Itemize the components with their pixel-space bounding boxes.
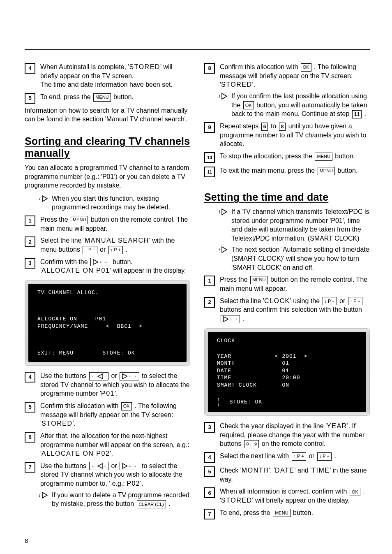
osd-clock: CLOCK YEAR < 2001 > MONTH 01 DATE 01 TIM… — [204, 328, 370, 416]
text: or — [100, 246, 108, 253]
step-ref-6: 6 — [261, 123, 268, 131]
tip-icon — [39, 195, 48, 202]
p-minus-key: ↓P − — [83, 246, 97, 254]
right-step-8: 8 Confirm this allocation with OK . The … — [204, 63, 370, 89]
right-time-step-1: 1 Press the MENU button on the remote co… — [204, 275, 370, 293]
step-number: 1 — [25, 216, 35, 226]
right-tri-plus-key: + → — [120, 462, 139, 470]
osd-footer-text: STORE: OK — [230, 399, 262, 405]
text: '. — [140, 480, 143, 487]
ok-key: OK — [301, 63, 311, 72]
code: P02 — [127, 480, 140, 487]
code: P01 — [101, 390, 115, 397]
left-tri-minus-key: ← − — [89, 372, 108, 380]
osd-footer: ↑↓ STORE: OK — [217, 398, 357, 406]
code: CLOCK — [264, 297, 290, 304]
code: TIME — [311, 467, 330, 474]
right-time-step-6: 6 When all information is correct, confi… — [204, 487, 370, 505]
left-tri-minus-key: ← − — [89, 462, 108, 470]
tip-delete-programme: If you want to delete a TV programme rec… — [39, 491, 190, 508]
p-plus-key: ↑P + — [108, 246, 123, 254]
code: YEAR — [327, 422, 347, 429]
text: Check ' — [220, 467, 242, 474]
left-column: 4 When Autoinstall is complete, 'STORED'… — [25, 59, 190, 522]
left-pre-paragraph: Information on how to search for a TV ch… — [25, 106, 190, 124]
right-time-step-7: 7 To end, press the MENU button. — [204, 508, 370, 519]
code: MONTH — [242, 467, 269, 474]
step-number: 10 — [204, 152, 215, 163]
text: To exit the main menu, press the — [220, 167, 317, 174]
tip-teletext-pdc: If a TV channel which transmits Teletext… — [218, 207, 370, 243]
text: Press the — [40, 216, 70, 223]
osd-channel-alloc: TV CHANNEL ALLOC. ALLOCATE ON P01 FREQUE… — [25, 280, 190, 366]
step-number: 5 — [204, 466, 215, 477]
left-step-7: 7 Use the buttons ← − or + → to select t… — [25, 461, 190, 488]
clear-key: CLEAR (CL) — [137, 500, 166, 508]
step-number: 7 — [25, 462, 35, 473]
code: STORED — [129, 63, 160, 70]
osd-rows: ALLOCATE ON P01 FREQUENCY/NAME < BBC1 > — [37, 315, 178, 330]
text: Check the year displayed in the line ' — [220, 422, 327, 429]
tip-text: When you start this function, existing p… — [52, 194, 190, 212]
left-step-3: 3 Confirm with the + → button. 'ALLOCATE… — [25, 257, 190, 275]
tip-last-allocation: If you confirm the last possible allocat… — [218, 92, 370, 118]
ok-key: OK — [350, 488, 360, 496]
text: Select the next line with — [220, 452, 291, 459]
right-time-step-5: 5 Check 'MONTH', 'DATE' and 'TIME' in th… — [204, 466, 370, 484]
text: '. — [72, 420, 76, 427]
ok-key: OK — [243, 101, 254, 109]
left-step-1: 1 Press the MENU button on the remote co… — [25, 215, 190, 233]
left-pre-step-5: 5 To end, press the MENU button. — [25, 93, 190, 104]
right-tri-plus-key: + → — [221, 315, 240, 323]
heading-sort-clear: Sorting and clearing TV channels manuall… — [25, 135, 190, 159]
page-rule — [25, 49, 370, 50]
key-label: P + — [297, 454, 304, 459]
step-number: 4 — [204, 452, 215, 463]
right-tri-plus-key: + → — [120, 372, 139, 380]
key-label: P − — [328, 299, 335, 304]
text: ' using the — [290, 297, 322, 304]
right-time-step-2: 2 Select the line 'CLOCK' using the ↓P −… — [204, 297, 370, 323]
text: . — [125, 246, 127, 253]
right-step-10: 10 To stop the allocation, press the MEN… — [204, 152, 370, 163]
text: When Autoinstall is complete, ' — [40, 63, 129, 70]
updown-icon: ↑↓ — [217, 398, 221, 406]
menu-key: MENU — [250, 276, 267, 284]
p-plus-key: ↑P + — [348, 297, 362, 305]
left-step-4: 4 Use the buttons ← − or + → to select t… — [25, 371, 190, 398]
text: Use the buttons — [40, 462, 88, 469]
right-time-step-4: 4 Select the next line with ↑P + or ↓P −… — [204, 452, 370, 463]
key-label: P − — [323, 454, 330, 459]
step-number: 3 — [204, 422, 215, 433]
p-minus-key: ↓P − — [317, 452, 332, 461]
tip-smart-clock: The next section 'Automatic setting of t… — [218, 245, 370, 272]
text: on the remote control. — [262, 440, 326, 447]
step-number: 6 — [25, 432, 35, 443]
step-number: 7 — [204, 509, 215, 519]
text: Confirm with the — [40, 258, 90, 265]
text: ' will appear in the display. — [110, 267, 186, 274]
text: '. — [115, 390, 118, 397]
text: To stop the allocation, press the — [220, 153, 314, 160]
text: Select the line ' — [40, 237, 85, 244]
text: The time and date information have been … — [40, 81, 173, 88]
left-step-6: 6 After that, the allocation for the nex… — [25, 431, 190, 458]
p-minus-key: ↓P − — [323, 297, 337, 305]
text: Press the — [220, 276, 249, 283]
step-number: 1 — [204, 276, 215, 286]
step-number: 9 — [204, 122, 215, 133]
left-intro: You can allocate a programmed TV channel… — [25, 163, 190, 190]
menu-key: MENU — [315, 153, 332, 161]
tip-icon — [218, 93, 227, 100]
text: . — [364, 110, 366, 117]
step-number: 4 — [25, 372, 35, 382]
code: STORED — [42, 420, 72, 427]
text: '. — [110, 450, 113, 457]
digits-key: 0..9 — [244, 440, 259, 448]
ok-key: OK — [121, 402, 132, 410]
text: To end, press the — [40, 93, 92, 100]
heading-time-date: Setting the time and date — [204, 191, 370, 203]
code: ALLOCATE ON P02 — [42, 450, 110, 457]
text: buttons and confirm this selection with … — [220, 306, 362, 313]
text: Confirm this allocation with — [220, 63, 300, 70]
